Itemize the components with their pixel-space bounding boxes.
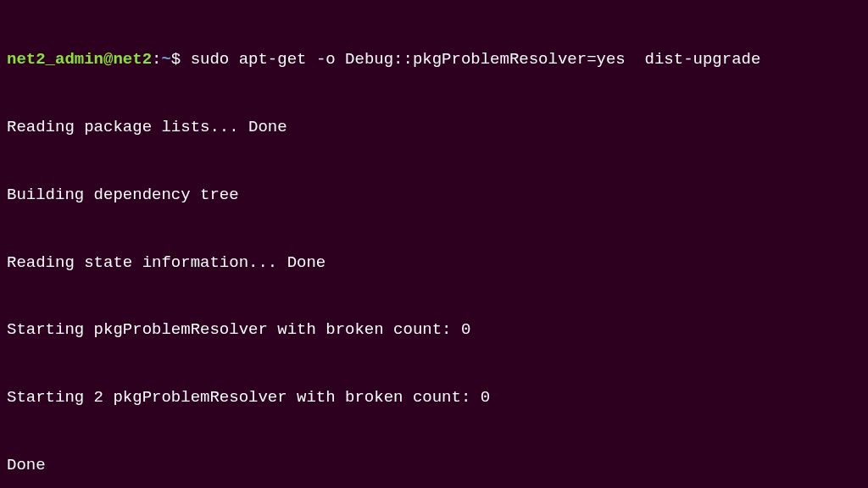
command-text: sudo apt-get -o Debug::pkgProblemResolve… <box>191 50 761 69</box>
output-line: Reading state information... Done <box>7 252 861 274</box>
prompt-path: ~ <box>161 50 170 69</box>
output-line: Reading package lists... Done <box>7 116 861 139</box>
output-line: Done <box>7 454 861 477</box>
output-line: Starting 2 pkgProblemResolver with broke… <box>7 386 861 409</box>
output-line: Starting pkgProblemResolver with broken … <box>7 319 861 341</box>
prompt-dollar: $ <box>171 50 191 69</box>
command-line: net2_admin@net2:~$ sudo apt-get -o Debug… <box>7 48 861 71</box>
prompt-user-host: net2_admin@net2 <box>7 50 152 69</box>
prompt-colon: : <box>152 50 161 69</box>
output-line: Building dependency tree <box>7 184 861 207</box>
terminal-window[interactable]: net2_admin@net2:~$ sudo apt-get -o Debug… <box>7 3 861 488</box>
